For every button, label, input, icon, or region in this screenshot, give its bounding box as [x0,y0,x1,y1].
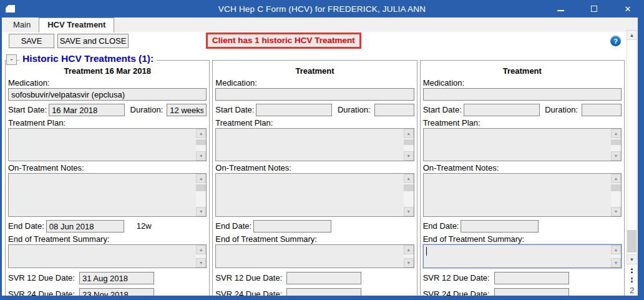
scroll-up-button[interactable]: ▲ [611,129,621,138]
tab-hcv-treatment[interactable]: HCV Treatment [39,18,114,32]
tab-main[interactable]: Main [5,18,39,32]
end-date-input[interactable] [461,220,539,232]
minimize-button[interactable] [553,1,568,16]
tab-bar: Main HCV Treatment [2,18,638,32]
medication-label: Medication: [215,78,414,88]
end-date-input[interactable] [46,220,124,232]
scrollbar-track[interactable] [627,40,637,254]
scroll-down-button[interactable]: ▼ [196,258,206,268]
eot-summary-textarea-focused[interactable]: ▲ ▼ [423,244,622,268]
scrollbar-thumb[interactable] [404,184,414,191]
save-and-close-button[interactable]: SAVE and CLOSE [57,34,129,48]
textarea-scrollbar[interactable]: ▲ ▼ [404,245,414,268]
textarea-scrollbar[interactable]: ▲ ▼ [196,174,206,216]
svr12-label: SVR 12 Due Date: [215,273,282,282]
textarea-scrollbar[interactable]: ▲ ▼ [196,129,206,161]
scroll-up-button[interactable]: ▲ [196,174,206,183]
maximize-button[interactable] [587,1,602,16]
save-button[interactable]: SAVE [9,34,54,48]
help-icon[interactable]: ? [610,36,621,46]
duration-input[interactable] [167,104,207,116]
svr24-input[interactable] [79,288,154,296]
svr24-input[interactable] [494,288,569,296]
end-date-input[interactable] [253,220,331,232]
scroll-down-button[interactable]: ▼ [404,258,414,268]
medication-input[interactable] [215,88,414,101]
medication-input[interactable] [8,88,207,101]
arrow-down-icon: ▼ [614,154,618,158]
duration-input[interactable] [374,104,414,116]
scroll-up-button[interactable]: ▲ [404,245,414,254]
scroll-down-button[interactable]: ▼ [196,151,206,161]
close-button[interactable]: ✕ [620,1,635,16]
scroll-down-button[interactable]: ▼ [611,151,621,161]
svr12-label: SVR 12 Due Date: [8,273,75,282]
double-arrow-up-icon: ▴ [631,270,633,273]
textarea-scrollbar[interactable]: ▲ ▼ [611,245,621,268]
svr12-input[interactable] [286,272,361,284]
scroll-up-button[interactable]: ▲ [627,30,637,40]
svr12-input[interactable] [494,272,569,284]
treatment-header: Treatment 16 Mar 2018 [8,66,207,76]
on-treatment-notes-textarea[interactable]: ▲ ▼ [215,173,414,217]
eot-summary-textarea[interactable]: ▲ ▼ [215,244,414,268]
scroll-up-button[interactable]: ▲ [196,129,206,138]
treatment-panel-1: Treatment 16 Mar 2018 Medication: Start … [5,60,210,296]
scrollbar-thumb[interactable] [196,184,206,191]
scroll-down-button[interactable]: ▼ [196,207,206,216]
eot-summary-textarea[interactable]: ▲ ▼ [8,244,207,268]
minimize-icon [557,10,564,11]
arrow-up-icon: ▲ [406,248,411,252]
arrow-up-icon: ▲ [614,131,618,136]
treatment-plan-textarea[interactable]: ▲ ▼ [8,128,207,161]
scrollbar-thumb[interactable] [196,139,206,145]
scroll-up-button[interactable]: ▲ [404,174,414,183]
treatment-plan-label: Treatment Plan: [8,118,207,128]
start-date-input[interactable] [256,104,332,116]
textarea-scrollbar[interactable]: ▲ ▼ [611,129,621,161]
textarea-scrollbar[interactable]: ▲ ▼ [611,174,621,216]
text-cursor [426,247,427,256]
textarea-scrollbar[interactable]: ▲ ▼ [404,129,414,161]
textarea-scrollbar[interactable]: ▲ ▼ [196,245,206,268]
on-treatment-notes-textarea[interactable]: ▲ ▼ [8,173,207,217]
scrollbar-thumb[interactable] [611,184,621,191]
page-up-button[interactable]: ▴ ▴ [627,266,637,274]
arrow-down-icon: ▼ [614,261,618,265]
scroll-down-button[interactable]: ▼ [404,207,414,216]
collapse-section-button[interactable]: - [6,54,17,65]
scroll-up-button[interactable]: ▲ [404,129,414,138]
on-treatment-notes-textarea[interactable]: ▲ ▼ [423,173,622,217]
start-date-input[interactable] [49,104,125,116]
scrollbar-thumb[interactable] [627,230,637,252]
scroll-down-button[interactable]: ▼ [404,151,414,161]
scrollbar-thumb[interactable] [404,139,414,145]
page-down-button[interactable]: ▾ ▾ [627,276,637,284]
page-number: 2 [627,286,637,296]
svr24-label: SVR 24 Due Date: [8,289,75,296]
treatment-plan-textarea[interactable]: ▲ ▼ [215,128,414,161]
svr24-label: SVR 24 Due Date: [423,289,490,296]
treatment-plan-label: Treatment Plan: [215,118,414,128]
arrow-down-icon: ▼ [199,261,203,265]
start-date-input[interactable] [464,104,540,116]
duration-input[interactable] [582,104,622,116]
scroll-up-button[interactable]: ▲ [611,174,621,183]
scrollbar-thumb[interactable] [611,139,621,145]
duration-label: Duration: [545,105,578,114]
scroll-down-button[interactable]: ▼ [627,254,637,264]
scroll-down-button[interactable]: ▼ [611,258,621,268]
arrow-up-icon: ▲ [199,131,203,136]
svr24-input[interactable] [286,288,361,296]
arrow-down-icon: ▼ [199,209,203,214]
treatment-plan-textarea[interactable]: ▲ ▼ [423,128,622,161]
scroll-up-button[interactable]: ▲ [611,245,621,254]
medication-input[interactable] [423,88,622,101]
historic-treatment-alert: Client has 1 historic HCV Treatment [206,32,361,49]
scroll-up-button[interactable]: ▲ [196,245,206,254]
svr12-input[interactable] [79,272,154,284]
arrow-up-icon: ▲ [406,131,411,136]
vertical-scrollbar[interactable]: ▲ ▼ ▴ ▴ ▾ ▾ 2 [627,30,637,296]
scroll-down-button[interactable]: ▼ [611,207,621,216]
textarea-scrollbar[interactable]: ▲ ▼ [404,174,414,216]
